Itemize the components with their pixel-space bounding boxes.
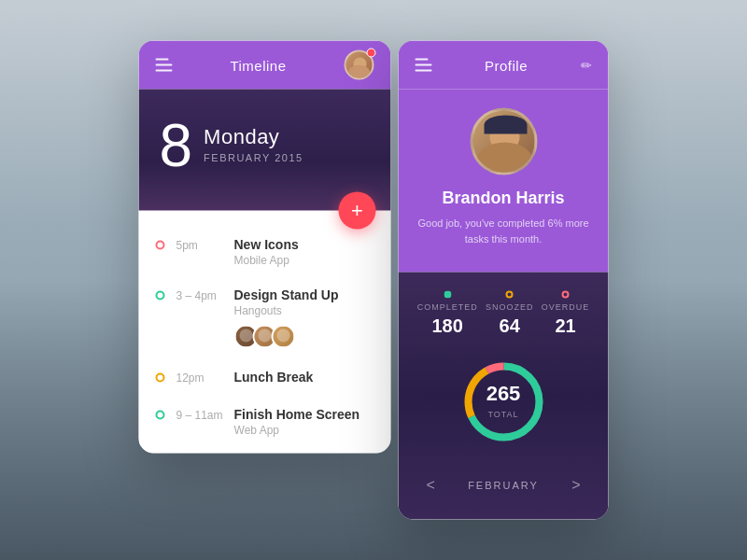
event-time: 9 – 11am <box>176 409 223 422</box>
day-info: Monday FEBRUARY 2015 <box>204 116 303 163</box>
menu-icon[interactable] <box>416 59 432 72</box>
event-dot <box>156 411 165 420</box>
timeline-title: Timeline <box>230 57 286 73</box>
overdue-value: 21 <box>555 315 575 336</box>
donut-center: 265 TOTAL <box>486 384 521 421</box>
prev-month-button[interactable]: < <box>421 473 441 497</box>
date-section: 8 Monday FEBRUARY 2015 + <box>139 90 391 211</box>
stats-row: COMPLETED 180 SNOOZED 64 OVERDUE 21 <box>414 291 594 337</box>
next-month-button[interactable]: > <box>566 473 585 497</box>
profile-subtitle: Good job, you've completed 6% more tasks… <box>416 216 592 246</box>
timeline-card: Timeline 8 Monday FEBRUARY 2015 + 5pm <box>139 41 391 454</box>
date-display: 8 Monday FEBRUARY 2015 <box>160 116 371 175</box>
donut-label: TOTAL <box>487 410 518 419</box>
hat-shape <box>484 116 527 134</box>
day-name: Monday <box>204 125 303 149</box>
attendee-avatar <box>272 325 296 349</box>
cards-container: Timeline 8 Monday FEBRUARY 2015 + 5pm <box>139 41 609 520</box>
completed-label: COMPLETED <box>417 302 478 312</box>
month-label: FEBRUARY <box>468 480 539 491</box>
event-subtitle: Mobile App <box>234 254 374 267</box>
snoozed-value: 64 <box>500 315 520 336</box>
month-nav: < FEBRUARY > <box>414 464 594 501</box>
event-content: New Icons Mobile App <box>234 237 374 267</box>
stat-completed: COMPLETED 180 <box>417 291 478 337</box>
stats-section: COMPLETED 180 SNOOZED 64 OVERDUE 21 <box>399 273 609 520</box>
day-number: 8 <box>160 116 191 175</box>
event-item: 9 – 11am Finish Home Screen Web App <box>156 407 374 437</box>
event-dot <box>156 291 165 301</box>
notification-badge <box>366 49 375 58</box>
snoozed-label: SNOOZED <box>486 302 534 312</box>
profile-top: Brandon Harris Good job, you've complete… <box>399 90 609 273</box>
event-title: Lunch Break <box>234 370 374 385</box>
donut-container: 265 TOTAL <box>414 356 594 449</box>
event-item: 12pm Lunch Break <box>156 370 374 386</box>
stat-overdue: OVERDUE 21 <box>542 291 590 337</box>
add-event-button[interactable]: + <box>339 192 376 230</box>
donut-chart: 265 TOTAL <box>457 356 550 449</box>
event-time: 12pm <box>176 371 223 385</box>
event-content: Lunch Break <box>234 370 374 386</box>
event-subtitle: Hangouts <box>234 304 374 317</box>
snoozed-dot <box>506 291 514 299</box>
month-year: FEBRUARY 2015 <box>204 152 303 163</box>
donut-total: 265 <box>486 384 521 404</box>
event-title: New Icons <box>234 237 374 252</box>
overdue-dot <box>562 291 570 299</box>
attendees-list <box>234 325 374 349</box>
profile-avatar <box>470 108 537 175</box>
menu-icon[interactable] <box>156 59 173 72</box>
completed-value: 180 <box>431 315 462 336</box>
timeline-header: Timeline <box>139 41 391 90</box>
overdue-label: OVERDUE <box>542 302 590 312</box>
profile-header: Profile ✏ <box>399 41 609 90</box>
edit-icon[interactable]: ✏ <box>581 58 592 73</box>
event-subtitle: Web App <box>234 424 374 437</box>
timeline-events: 5pm New Icons Mobile App 3 – 4pm Design … <box>139 211 391 454</box>
stat-snoozed: SNOOZED 64 <box>486 291 534 337</box>
event-dot <box>156 373 165 383</box>
event-title: Design Stand Up <box>234 287 374 302</box>
event-title: Finish Home Screen <box>234 407 374 422</box>
event-dot <box>156 241 165 250</box>
completed-dot <box>444 291 451 299</box>
event-item: 3 – 4pm Design Stand Up Hangouts <box>156 287 374 349</box>
profile-name: Brandon Harris <box>416 189 592 208</box>
event-item: 5pm New Icons Mobile App <box>156 237 374 267</box>
event-content: Design Stand Up Hangouts <box>234 287 374 349</box>
profile-card: Profile ✏ Brandon Harris Good job, you'v… <box>399 41 609 520</box>
event-time: 5pm <box>176 239 223 252</box>
event-time: 3 – 4pm <box>176 289 223 302</box>
profile-title: Profile <box>485 57 528 73</box>
event-content: Finish Home Screen Web App <box>234 407 374 437</box>
